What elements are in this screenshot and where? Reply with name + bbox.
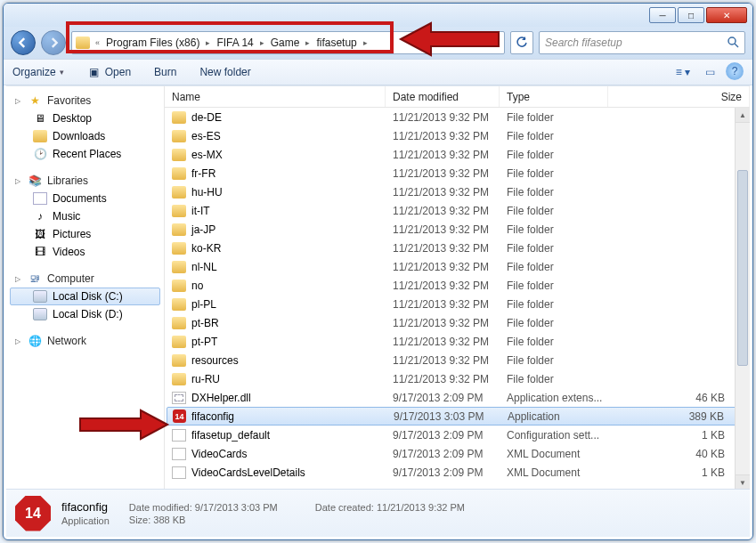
file-name: pt-PT: [191, 336, 217, 348]
chevron-icon[interactable]: ▸: [304, 38, 312, 47]
file-date: 11/21/2013 9:32 PM: [393, 373, 507, 385]
file-date: 11/21/2013 9:32 PM: [393, 242, 507, 255]
back-button[interactable]: [11, 30, 36, 55]
forward-button[interactable]: [41, 30, 66, 55]
breadcrumb-seg-0[interactable]: Program Files (x86): [102, 36, 204, 49]
details-app-icon: 14: [15, 496, 51, 531]
file-list[interactable]: de-DE11/21/2013 9:32 PMFile folderes-ES1…: [165, 108, 750, 490]
file-date: 11/21/2013 9:32 PM: [393, 298, 507, 311]
minimize-button[interactable]: ─: [649, 7, 676, 23]
documents-label: Documents: [53, 192, 107, 205]
breadcrumb-seg-1[interactable]: FIFA 14: [212, 36, 257, 49]
file-size: 1 KB: [615, 429, 750, 442]
chevron-icon[interactable]: ▸: [204, 38, 212, 47]
file-date: 9/17/2013 2:09 PM: [393, 429, 507, 442]
scroll-down-icon[interactable]: ▼: [736, 474, 750, 490]
maximize-button[interactable]: □: [678, 7, 704, 23]
file-row[interactable]: pt-PT11/21/2013 9:32 PMFile folder: [167, 332, 750, 351]
file-row[interactable]: pt-BR11/21/2013 9:32 PMFile folder: [167, 313, 750, 332]
organize-menu[interactable]: Organize: [12, 66, 64, 78]
recent-icon: 🕑: [33, 148, 47, 160]
file-row[interactable]: es-ES11/21/2013 9:32 PMFile folder: [167, 126, 750, 145]
file-date: 11/21/2013 9:32 PM: [393, 261, 507, 273]
newfolder-button[interactable]: New folder: [199, 66, 250, 78]
file-name: es-ES: [191, 130, 221, 142]
view-options-button[interactable]: ≡ ▾: [672, 62, 694, 82]
file-date: 9/17/2013 2:09 PM: [393, 448, 507, 460]
close-button[interactable]: ✕: [706, 7, 747, 23]
file-date: 9/17/2013 3:03 PM: [394, 410, 508, 423]
explorer-window: ─ □ ✕ « Program Files (x86)▸ FIFA 14▸ Ga…: [3, 3, 753, 540]
address-dropdown-icon[interactable]: ▾: [488, 36, 500, 49]
scroll-thumb[interactable]: [737, 170, 748, 366]
breadcrumb-overflow[interactable]: «: [93, 38, 102, 47]
sidebar-item-ddrive[interactable]: Local Disk (D:): [10, 305, 160, 323]
sidebar-item-downloads[interactable]: Downloads: [10, 127, 160, 145]
folder-icon: [172, 242, 186, 255]
file-row[interactable]: resources11/21/2013 9:32 PMFile folder: [167, 351, 750, 369]
open-label: Open: [105, 66, 131, 78]
folder-icon: [172, 223, 186, 236]
file-row[interactable]: no11/21/2013 9:32 PMFile folder: [167, 276, 750, 295]
scrollbar[interactable]: ▲ ▼: [735, 108, 750, 490]
breadcrumb-seg-3[interactable]: fifasetup: [312, 36, 361, 49]
burn-button[interactable]: Burn: [154, 66, 176, 78]
music-icon: ♪: [33, 210, 47, 223]
preview-pane-button[interactable]: ▭: [699, 62, 720, 82]
refresh-button[interactable]: [510, 31, 533, 54]
file-name: pl-PL: [191, 298, 216, 311]
sidebar-item-desktop[interactable]: 🖥Desktop: [10, 109, 160, 127]
file-row[interactable]: fifasetup_default9/17/2013 2:09 PMConfig…: [167, 425, 750, 444]
file-date: 11/21/2013 9:32 PM: [393, 223, 507, 236]
file-row[interactable]: nl-NL11/21/2013 9:32 PMFile folder: [167, 257, 750, 276]
sidebar-item-music[interactable]: ♪Music: [10, 207, 160, 225]
file-row[interactable]: ru-RU11/21/2013 9:32 PMFile folder: [167, 369, 750, 388]
address-bar[interactable]: « Program Files (x86)▸ FIFA 14▸ Game▸ fi…: [71, 31, 505, 54]
file-row[interactable]: 14fifaconfig9/17/2013 3:03 PMApplication…: [167, 407, 750, 425]
file-type: File folder: [507, 280, 615, 292]
sidebar-item-recent[interactable]: 🕑Recent Places: [10, 145, 160, 163]
chevron-icon[interactable]: ▸: [362, 38, 370, 47]
folder-icon: [172, 298, 186, 311]
file-row[interactable]: it-IT11/21/2013 9:32 PMFile folder: [167, 201, 750, 220]
favorites-group[interactable]: ▷★Favorites: [10, 92, 160, 109]
file-row[interactable]: VideoCardsLevelDetails9/17/2013 2:09 PMX…: [167, 463, 750, 482]
sidebar-item-documents[interactable]: Documents: [10, 190, 160, 207]
file-date: 11/21/2013 9:32 PM: [393, 167, 507, 180]
sidebar-item-videos[interactable]: 🎞Videos: [10, 243, 160, 261]
file-size: 40 KB: [615, 448, 750, 460]
sidebar-item-cdrive[interactable]: Local Disk (C:): [10, 288, 160, 305]
libraries-label: Libraries: [47, 174, 88, 187]
file-type: File folder: [507, 261, 615, 273]
col-name[interactable]: Name: [165, 86, 386, 107]
folder-icon: [172, 354, 186, 367]
file-row[interactable]: ja-JP11/21/2013 9:32 PMFile folder: [167, 220, 750, 239]
file-name: ru-RU: [191, 373, 220, 385]
sidebar-item-pictures[interactable]: 🖼Pictures: [10, 225, 160, 243]
file-row[interactable]: pl-PL11/21/2013 9:32 PMFile folder: [167, 295, 750, 313]
pictures-icon: 🖼: [33, 228, 47, 240]
file-row[interactable]: VideoCards9/17/2013 2:09 PMXML Document4…: [167, 444, 750, 463]
help-button[interactable]: ?: [726, 62, 744, 80]
file-row[interactable]: fr-FR11/21/2013 9:32 PMFile folder: [167, 164, 750, 182]
col-type[interactable]: Type: [500, 86, 608, 107]
file-name: ja-JP: [191, 223, 215, 236]
videos-icon: 🎞: [33, 246, 47, 258]
open-button[interactable]: ▣Open: [87, 66, 131, 78]
file-row[interactable]: hu-HU11/21/2013 9:32 PMFile folder: [167, 182, 750, 201]
col-size[interactable]: Size: [608, 86, 750, 107]
file-type: File folder: [507, 242, 615, 255]
libraries-group[interactable]: ▷📚Libraries: [10, 172, 160, 190]
file-row[interactable]: ko-KR11/21/2013 9:32 PMFile folder: [167, 239, 750, 257]
file-row[interactable]: DXHelper.dll9/17/2013 2:09 PMApplication…: [167, 388, 750, 407]
network-group[interactable]: ▷🌐Network: [10, 332, 160, 350]
folder-icon: [172, 167, 186, 180]
search-input[interactable]: Search fifasetup: [539, 31, 745, 54]
col-date[interactable]: Date modified: [386, 86, 500, 107]
computer-group[interactable]: ▷🖳Computer: [10, 270, 160, 288]
breadcrumb-seg-2[interactable]: Game: [266, 36, 305, 49]
scroll-up-icon[interactable]: ▲: [736, 108, 750, 123]
file-row[interactable]: de-DE11/21/2013 9:32 PMFile folder: [167, 108, 750, 126]
chevron-icon[interactable]: ▸: [258, 38, 266, 47]
file-row[interactable]: es-MX11/21/2013 9:32 PMFile folder: [167, 145, 750, 164]
